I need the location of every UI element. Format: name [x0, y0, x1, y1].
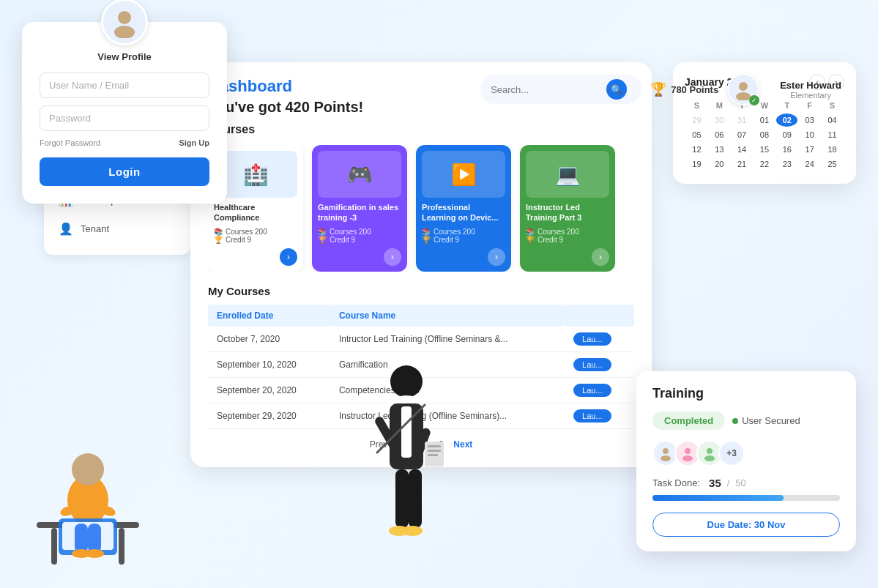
due-date-button[interactable]: Due Date: 30 Nov — [652, 513, 840, 537]
courses-table: Enrolled Date Course Name October 7, 202… — [208, 305, 634, 429]
search-button[interactable]: 🔍 — [606, 79, 627, 100]
avatars-row: +3 — [652, 440, 840, 466]
svg-point-5 — [661, 455, 671, 461]
svg-rect-10 — [37, 522, 139, 528]
cal-cell[interactable]: 06 — [709, 128, 730, 141]
page-1[interactable]: 1 — [392, 436, 408, 453]
svg-point-4 — [663, 448, 669, 454]
course-arrow-btn-1[interactable]: › — [280, 248, 297, 266]
cal-cell[interactable]: 29 — [686, 113, 707, 127]
svg-rect-12 — [119, 528, 124, 565]
course-arrow-btn-3[interactable]: › — [488, 248, 505, 266]
cal-cell[interactable]: 30 — [709, 113, 730, 127]
course-card-3: ▶️ Professional Learning on Devic... 📚 C… — [416, 145, 511, 272]
cal-cell[interactable]: 09 — [776, 128, 797, 141]
svg-rect-16 — [62, 522, 114, 550]
cal-cell[interactable]: 21 — [732, 157, 753, 171]
launch-btn-4[interactable]: Lau... — [573, 409, 611, 423]
user-secured-label: User Secured — [742, 415, 800, 426]
page-2[interactable]: 2 — [412, 436, 428, 453]
cal-cell[interactable]: 16 — [776, 143, 797, 156]
cal-cell[interactable]: 04 — [822, 113, 843, 127]
course-meta-2: 📚 Courses 200 — [318, 228, 401, 236]
course-name-1: Healthcare Compliance — [214, 202, 297, 223]
course-icon-1: 📚 — [214, 228, 223, 236]
sidebar-item-tenant[interactable]: 👤 Tenant — [44, 215, 190, 243]
progress-bar-fill — [652, 495, 784, 501]
sign-up-link[interactable]: Sign Up — [179, 138, 209, 147]
cal-cell[interactable]: 08 — [754, 128, 775, 141]
training-card: Training Completed User Secured +3 — [636, 371, 856, 551]
sidebar-item-label-tenant: Tenant — [81, 223, 109, 234]
svg-point-32 — [389, 526, 409, 536]
course-name-4: Instructor Led Training Part 3 — [526, 202, 609, 223]
course-meta-3: 📚 Courses 200 — [422, 228, 505, 236]
cal-cell[interactable]: 14 — [732, 143, 753, 156]
launch-btn-2[interactable]: Lau... — [573, 358, 611, 371]
next-page-link[interactable]: Next — [453, 439, 472, 450]
user-secured-badge: User Secured — [732, 415, 800, 426]
row-date-3: September 20, 2020 — [208, 377, 330, 403]
row-action-2: Lau... — [565, 351, 634, 377]
row-action-1: Lau... — [565, 327, 634, 352]
cal-cell[interactable]: 15 — [754, 143, 775, 156]
course-arrow-btn-4[interactable]: › — [592, 248, 609, 266]
cal-cell[interactable]: 12 — [686, 143, 707, 156]
page-3[interactable]: 3 — [433, 436, 449, 453]
courses-row: 🏥 Healthcare Compliance 📚 Courses 200 🏆 … — [208, 145, 634, 272]
user-avatar-wrapper: ✓ — [727, 73, 759, 105]
trophy-points: 🏆 780 Points — [650, 81, 718, 97]
cal-cell[interactable]: 13 — [709, 143, 730, 156]
course-thumb-2: 🎮 — [318, 151, 401, 198]
row-name-3: Competencies demo — [330, 377, 565, 403]
cal-today-cell[interactable]: 02 — [776, 113, 797, 127]
svg-point-6 — [685, 448, 691, 454]
cal-cell[interactable]: 20 — [709, 157, 730, 171]
cal-row-2: 05 06 07 08 09 10 11 — [686, 128, 843, 141]
forgot-password-link[interactable]: Forgot Password — [40, 138, 100, 147]
login-card: View Profile Forgot Password Sign Up Log… — [22, 22, 227, 204]
task-separator: / — [727, 477, 730, 488]
launch-btn-1[interactable]: Lau... — [573, 332, 611, 346]
user-level: Elementary — [790, 91, 831, 100]
row-name-4: Instructor Led Training (Offline Seminar… — [330, 403, 565, 428]
login-button[interactable]: Login — [40, 157, 209, 186]
cal-cell[interactable]: 18 — [822, 143, 843, 156]
cal-cell[interactable]: 07 — [732, 128, 753, 141]
course-name-2: Gamification in sales training -3 — [318, 202, 401, 223]
password-input[interactable] — [40, 105, 209, 131]
cal-cell[interactable]: 01 — [754, 113, 775, 127]
course-arrow-btn-2[interactable]: › — [384, 248, 401, 266]
row-date-4: September 29, 2020 — [208, 403, 330, 428]
cal-cell[interactable]: 03 — [799, 113, 820, 127]
cal-cell[interactable]: 22 — [754, 157, 775, 171]
course-credit-3: 🏆 Credit 9 — [422, 236, 505, 244]
search-input[interactable] — [491, 84, 600, 95]
row-action-3: Lau... — [565, 377, 634, 403]
cal-cell[interactable]: 19 — [686, 157, 707, 171]
cal-cell[interactable]: 24 — [799, 157, 820, 171]
svg-rect-15 — [59, 518, 117, 555]
cal-row-1: 29 30 31 01 02 03 04 — [686, 113, 843, 127]
course-meta-4: 📚 Courses 200 — [526, 228, 609, 236]
cal-cell[interactable]: 05 — [686, 128, 707, 141]
svg-point-3 — [736, 92, 751, 100]
svg-point-22 — [85, 549, 104, 558]
cal-cell[interactable]: 23 — [776, 157, 797, 171]
cal-cell[interactable]: 31 — [732, 113, 753, 127]
svg-point-21 — [72, 549, 91, 558]
cal-cell[interactable]: 10 — [799, 128, 820, 141]
cal-cell[interactable]: 17 — [799, 143, 820, 156]
username-input[interactable] — [40, 72, 209, 98]
prev-page-link[interactable]: Prev — [370, 439, 388, 450]
svg-point-8 — [707, 448, 713, 454]
training-badges: Completed User Secured — [652, 412, 840, 430]
launch-btn-3[interactable]: Lau... — [573, 384, 611, 397]
avatar-plus-badge: +3 — [718, 440, 745, 466]
cal-cell[interactable]: 25 — [822, 157, 843, 171]
pagination: Prev 1 2 3 Next — [208, 436, 634, 453]
cal-cell[interactable]: 11 — [822, 128, 843, 141]
course-credit-2: 🏆 Credit 9 — [318, 236, 401, 244]
svg-point-13 — [67, 475, 108, 525]
points-label: 780 Points — [671, 84, 718, 95]
